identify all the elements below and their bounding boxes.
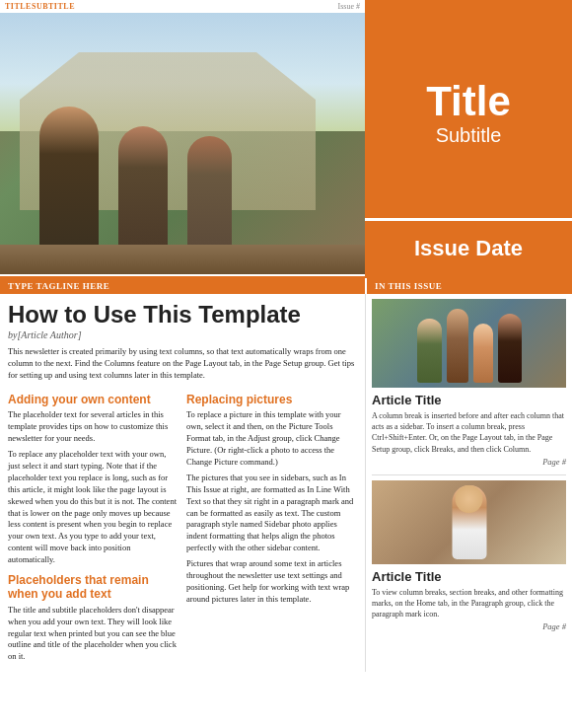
sidebar-person2 xyxy=(447,309,468,383)
article-intro: This newsletter is created primarily by … xyxy=(8,346,355,382)
sidebar-article2-title: Article Title xyxy=(372,569,566,584)
col-right: Replacing pictures To replace a picture … xyxy=(186,386,355,667)
sidebar-article1-page: Page # xyxy=(372,457,566,467)
header-title-section: Title Subtitle Issue Date xyxy=(365,0,572,276)
section1-heading: Adding your own content xyxy=(8,393,177,406)
header-background-image xyxy=(0,13,365,274)
sidebar-person5-body xyxy=(452,485,486,559)
issue-label-top: Issue # xyxy=(338,2,360,11)
header-top-bar: TITLESUBTITLE Issue # xyxy=(0,0,365,13)
content-right-sidebar: Article Title A column break is inserted… xyxy=(365,294,572,672)
section3-p1: To replace a picture in this template wi… xyxy=(186,409,355,468)
sidebar-person1 xyxy=(417,319,442,383)
main-title: Title xyxy=(426,81,511,122)
two-column-layout: Adding your own content The placeholder … xyxy=(8,386,355,667)
person1-graphic xyxy=(39,107,99,264)
sidebar-article1-body: A column break is inserted before and af… xyxy=(372,410,566,455)
section3-p2: The pictures that you see in sidebars, s… xyxy=(186,473,355,554)
sidebar-people-graphic xyxy=(372,299,566,388)
sidebar-person3 xyxy=(473,324,493,383)
main-subtitle: Subtitle xyxy=(436,124,502,147)
article-main-title: How to Use This Template xyxy=(8,302,355,328)
person2-graphic xyxy=(118,126,168,264)
section1-p1: The placeholder text for several article… xyxy=(8,409,177,445)
article-byline: by[Article Author] xyxy=(8,329,355,340)
col-left: Adding your own content The placeholder … xyxy=(8,386,177,667)
sidebar-image2 xyxy=(372,480,566,564)
section3-heading: Replacing pictures xyxy=(186,393,355,406)
sidebar-person4 xyxy=(498,314,522,383)
ground-graphic xyxy=(0,245,365,274)
issue-date-text: Issue Date xyxy=(414,236,523,261)
issue-date-area: Issue Date xyxy=(365,218,572,276)
tagline-left: TYPE TAGLINE HERE xyxy=(0,278,365,294)
sidebar-article1-title: Article Title xyxy=(372,393,566,407)
title-subtitle-label: TITLESUBTITLE xyxy=(5,2,75,11)
section2-p1: The title and subtitle placeholders don'… xyxy=(8,605,177,663)
sidebar-image1 xyxy=(372,299,566,388)
main-content: How to Use This Template by[Article Auth… xyxy=(0,294,572,672)
sidebar-article2-page: Page # xyxy=(372,621,566,631)
tagline-right: IN THIS ISSUE xyxy=(365,278,572,294)
content-left: How to Use This Template by[Article Auth… xyxy=(0,294,365,672)
section3-p3: Pictures that wrap around some text in a… xyxy=(186,558,355,606)
sidebar-article2-body: To view column breaks, section breaks, a… xyxy=(372,587,566,620)
sidebar-person5-face xyxy=(456,485,483,513)
section2-heading: Placeholders that remain when you add te… xyxy=(8,573,177,602)
page-header: TITLESUBTITLE Issue # Title Subtitle Iss… xyxy=(0,0,572,276)
header-image-section: TITLESUBTITLE Issue # xyxy=(0,0,365,276)
section1-p2: To replace any placeholder text with you… xyxy=(8,449,177,566)
tagline-bar: TYPE TAGLINE HERE IN THIS ISSUE xyxy=(0,276,572,294)
sidebar-divider xyxy=(372,474,566,475)
title-area: Title Subtitle xyxy=(365,0,572,218)
